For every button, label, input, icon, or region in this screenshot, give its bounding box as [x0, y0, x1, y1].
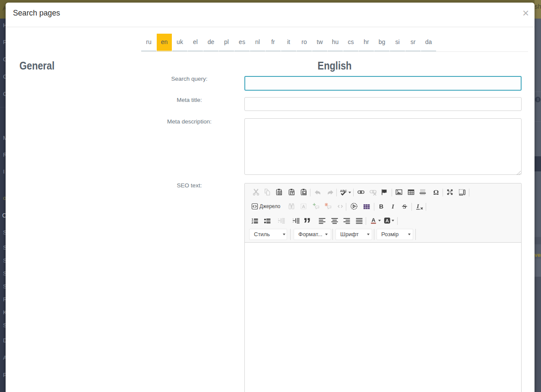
svg-text:2: 2 [251, 221, 253, 224]
svg-text:A: A [302, 204, 305, 209]
svg-text:S: S [403, 204, 406, 210]
svg-text:A: A [371, 217, 375, 223]
svg-text:I: I [391, 204, 394, 210]
svg-text:ABC: ABC [340, 189, 348, 193]
svg-text:I: I [416, 203, 419, 209]
svg-text:”: ” [303, 217, 310, 224]
svg-text:B: B [379, 203, 383, 210]
svg-text:A: A [386, 218, 389, 224]
svg-text:Ω: Ω [433, 189, 439, 196]
